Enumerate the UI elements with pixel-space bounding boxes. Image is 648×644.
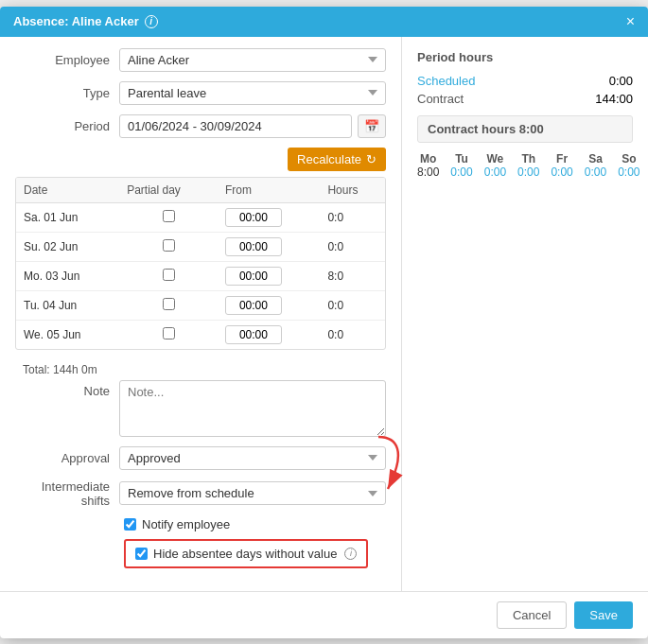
contract-label: Contract <box>417 92 464 106</box>
partial-checkbox[interactable] <box>163 327 175 339</box>
row-hours: 0:0 <box>320 290 385 320</box>
notify-label[interactable]: Notify employee <box>142 517 230 531</box>
left-panel: Employee Aline Acker Type Parental leave… <box>0 37 402 591</box>
day-value: 0:00 <box>618 165 639 179</box>
row-date: Su. 02 Jun <box>16 232 119 261</box>
hide-absentee-checkbox[interactable] <box>135 548 148 560</box>
approval-row: Approval Approved <box>15 446 386 470</box>
day-value: 0:00 <box>484 165 506 179</box>
schedule-table: Date Partial day From Hours Sa. 01 Jun 0… <box>16 178 385 349</box>
scheduled-row: Scheduled 0:00 <box>417 74 633 88</box>
day-col: Tu 0:00 <box>450 152 472 179</box>
partial-checkbox[interactable] <box>163 210 175 222</box>
dialog-footer: Cancel Save <box>0 591 648 638</box>
period-input[interactable] <box>119 114 352 138</box>
type-select[interactable]: Parental leave <box>119 81 386 105</box>
type-label: Type <box>15 86 119 100</box>
title-info-icon[interactable]: i <box>145 15 158 28</box>
contract-row: Contract 144:00 <box>417 92 633 106</box>
from-input[interactable] <box>225 237 282 256</box>
recalculate-button[interactable]: Recalculate ↻ <box>288 148 386 171</box>
dialog-title-text: Absence: Aline Acker <box>13 14 139 28</box>
close-button[interactable]: × <box>626 14 635 29</box>
table-header-row: Date Partial day From Hours <box>16 178 385 203</box>
table-row: Su. 02 Jun 0:0 <box>16 232 385 261</box>
hide-absentee-label[interactable]: Hide absentee days without value <box>153 547 337 561</box>
note-label: Note <box>15 380 119 398</box>
dialog-title: Absence: Aline Acker i <box>13 14 158 28</box>
row-from[interactable] <box>218 261 320 290</box>
row-hours: 0:0 <box>320 320 385 349</box>
row-hours: 0:0 <box>320 232 385 261</box>
day-name: Fr <box>551 152 572 165</box>
day-name: Tu <box>450 152 472 165</box>
partial-checkbox[interactable] <box>163 239 175 252</box>
scheduled-label: Scheduled <box>417 74 475 88</box>
recalculate-label: Recalculate <box>297 152 361 166</box>
absence-dialog: Absence: Aline Acker i × Employee Aline … <box>0 7 648 638</box>
row-partial[interactable] <box>119 290 218 320</box>
schedule-table-container: Date Partial day From Hours Sa. 01 Jun 0… <box>15 177 386 350</box>
days-row: Mo 8:00 Tu 0:00 We 0:00 Th 0:00 Fr 0:00 … <box>417 152 633 179</box>
table-row: Mo. 03 Jun 8:0 <box>16 261 385 290</box>
note-row: Note <box>15 380 386 437</box>
day-value: 8:00 <box>417 165 439 179</box>
day-name: Th <box>517 152 539 165</box>
contract-hours-box: Contract hours 8:00 <box>417 115 633 143</box>
notify-row: Notify employee <box>124 517 386 531</box>
table-row: Sa. 01 Jun 0:0 <box>16 202 385 232</box>
day-col: We 0:00 <box>484 152 506 179</box>
intermediate-shifts-row: Intermediate shifts Remove from schedule <box>15 479 386 508</box>
row-from[interactable] <box>218 232 320 261</box>
table-row: We. 05 Jun 0:0 <box>16 320 385 349</box>
partial-checkbox[interactable] <box>163 298 175 310</box>
save-button[interactable]: Save <box>574 601 633 629</box>
hide-absentee-row: Hide absentee days without value i <box>124 539 368 568</box>
employee-row: Employee Aline Acker <box>15 48 386 72</box>
from-input[interactable] <box>225 208 282 227</box>
col-partial: Partial day <box>119 178 218 203</box>
partial-checkbox[interactable] <box>163 269 175 281</box>
recalculate-row: Recalculate ↻ <box>15 148 386 171</box>
table-row: Tu. 04 Jun 0:0 <box>16 290 385 320</box>
row-date: We. 05 Jun <box>16 320 119 349</box>
scheduled-value: 0:00 <box>609 74 633 88</box>
right-panel: Period hours Scheduled 0:00 Contract 144… <box>402 37 648 591</box>
row-date: Sa. 01 Jun <box>16 202 119 232</box>
row-partial[interactable] <box>119 261 218 290</box>
from-input[interactable] <box>225 267 282 286</box>
row-from[interactable] <box>218 290 320 320</box>
row-partial[interactable] <box>119 232 218 261</box>
employee-select[interactable]: Aline Acker <box>119 48 386 72</box>
type-row: Type Parental leave <box>15 81 386 105</box>
day-name: We <box>484 152 506 165</box>
row-hours: 0:0 <box>320 202 385 232</box>
approval-select[interactable]: Approved <box>119 446 386 470</box>
row-from[interactable] <box>218 202 320 232</box>
row-partial[interactable] <box>119 320 218 349</box>
notify-checkbox[interactable] <box>124 518 136 531</box>
approval-label: Approval <box>15 451 119 465</box>
day-col: Sa 0:00 <box>585 152 606 179</box>
period-inputs: 📅 <box>119 114 386 138</box>
day-name: Sa <box>585 152 606 165</box>
note-textarea[interactable] <box>119 380 386 437</box>
from-input[interactable] <box>225 325 282 344</box>
col-date: Date <box>16 178 119 203</box>
row-partial[interactable] <box>119 202 218 232</box>
dialog-body: Employee Aline Acker Type Parental leave… <box>0 37 648 591</box>
row-from[interactable] <box>218 320 320 349</box>
calendar-button[interactable]: 📅 <box>358 114 386 138</box>
hide-absentee-info-icon[interactable]: i <box>344 548 357 560</box>
period-hours-title: Period hours <box>417 50 633 64</box>
day-col: Fr 0:00 <box>551 152 572 179</box>
period-label: Period <box>15 119 119 133</box>
day-value: 0:00 <box>517 165 539 179</box>
col-from: From <box>218 178 320 203</box>
from-input[interactable] <box>225 296 282 315</box>
intermediate-shifts-select[interactable]: Remove from schedule <box>119 481 386 505</box>
period-row: Period 📅 <box>15 114 386 138</box>
dialog-header: Absence: Aline Acker i × <box>0 7 648 37</box>
cancel-button[interactable]: Cancel <box>497 601 567 629</box>
employee-label: Employee <box>15 53 119 67</box>
